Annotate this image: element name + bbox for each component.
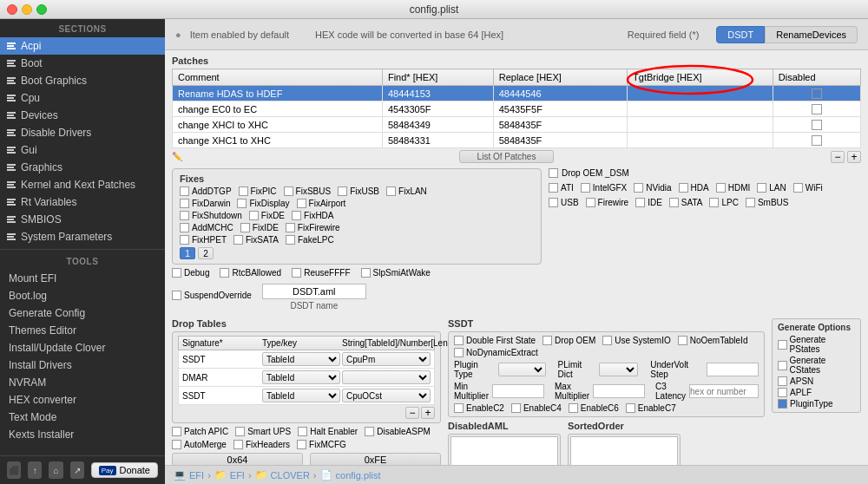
fix-checkbox[interactable] <box>237 199 247 208</box>
maximize-button[interactable] <box>36 4 47 15</box>
ssdt-checkbox[interactable] <box>626 403 635 413</box>
sidebar-tool-kexts-installer[interactable]: Kexts Installer <box>0 426 165 443</box>
fix-headers-checkbox[interactable] <box>233 440 243 449</box>
minimize-button[interactable] <box>22 4 32 15</box>
fix-checkbox[interactable] <box>180 186 189 196</box>
fix-fixDE[interactable]: FixDE <box>249 211 285 220</box>
fix-fixShutdown[interactable]: FixShutdown <box>180 211 242 220</box>
fix-checkbox[interactable] <box>635 198 645 207</box>
plugin-type-select[interactable] <box>498 363 545 376</box>
slp-checkbox-item[interactable]: SlpSmiAtWake <box>361 268 431 278</box>
sidebar-bottom-icon2[interactable]: ↑ <box>28 461 42 479</box>
fix-nvidia[interactable]: NVidia <box>634 183 671 193</box>
disabled-checkbox[interactable] <box>812 104 822 114</box>
fix-ati[interactable]: ATI <box>549 183 574 193</box>
tab-dsdt[interactable]: DSDT <box>716 26 765 43</box>
disabled-checkbox[interactable] <box>812 135 822 146</box>
fix-checkbox[interactable] <box>180 223 189 232</box>
sidebar-tool-generate-config[interactable]: Generate Config <box>0 304 165 322</box>
fix-usb[interactable]: USB <box>549 198 579 207</box>
fix-checkbox[interactable] <box>240 223 250 232</box>
table-row[interactable]: Rename HDAS to HDEF 48444153 48444546 <box>173 86 861 101</box>
sidebar-tool-install-clover[interactable]: Install/Update Clover <box>0 339 165 356</box>
dsdt-name-input[interactable] <box>262 284 366 299</box>
auto-merge-checkbox[interactable] <box>172 440 181 449</box>
rtc-checkbox[interactable] <box>220 268 229 278</box>
fix-checkbox[interactable] <box>757 183 766 193</box>
donate-button[interactable]: Pay Donate <box>91 462 158 478</box>
fix-fixHDA[interactable]: FixHDA <box>292 211 333 220</box>
debug-checkbox[interactable] <box>172 268 181 278</box>
row-val-select[interactable]: CpuOCst <box>342 389 431 402</box>
fix-checkbox[interactable] <box>239 186 248 196</box>
sidebar-item-gui[interactable]: Gui <box>0 141 165 159</box>
disable-aspm-checkbox[interactable] <box>365 427 374 436</box>
cell-disabled[interactable] <box>773 117 860 133</box>
fix-checkbox[interactable] <box>180 211 189 220</box>
fix-addDTGP[interactable]: AddDTGP <box>180 186 232 196</box>
page-1-button[interactable]: 1 <box>180 247 195 259</box>
smart-ups-item[interactable]: Smart UPS <box>235 427 291 436</box>
patch-apic-item[interactable]: Patch APIC <box>172 427 228 436</box>
sidebar-item-boot[interactable]: Boot <box>0 55 165 72</box>
fix-checkbox[interactable] <box>180 235 189 245</box>
fix-ide[interactable]: IDE <box>635 198 662 207</box>
fix-checkbox[interactable] <box>586 198 595 207</box>
fix-mcfg-item[interactable]: FixMCFG <box>297 440 346 449</box>
smart-ups-checkbox[interactable] <box>235 427 245 436</box>
fix-checkbox[interactable] <box>669 198 679 207</box>
fix-checkbox[interactable] <box>338 186 347 196</box>
disable-aspm-item[interactable]: DisableASPM <box>365 427 431 436</box>
reuse-checkbox-item[interactable]: ReuseFFFF <box>292 268 350 278</box>
fix-checkbox[interactable] <box>634 183 643 193</box>
fix-fixSBUS[interactable]: FixSBUS <box>284 186 332 196</box>
sidebar-tool-hex-converter[interactable]: HEX converter <box>0 391 165 409</box>
fix-checkbox[interactable] <box>549 198 558 207</box>
sidebar-tool-nvram[interactable]: NVRAM <box>0 374 165 391</box>
row-val-select[interactable]: CpuPm <box>342 352 431 366</box>
suspend-checkbox-item[interactable]: SuspendOverride <box>172 291 252 300</box>
slp-checkbox[interactable] <box>361 268 371 278</box>
sidebar-tool-themes-editor[interactable]: Themes Editor <box>0 322 165 339</box>
fix-checkbox[interactable] <box>549 183 558 193</box>
drop-oem-ssdt[interactable]: Drop OEM <box>542 336 595 345</box>
remove-patch-button[interactable]: − <box>831 151 845 163</box>
close-button[interactable] <box>7 4 17 15</box>
ssdt-checkbox[interactable] <box>511 403 521 413</box>
list-of-patches-btn[interactable]: List Of Patches <box>459 150 555 163</box>
fix-headers-item[interactable]: FixHeaders <box>233 440 290 449</box>
fix-fixIDE[interactable]: FixIDE <box>240 223 279 232</box>
sidebar-tool-text-mode[interactable]: Text Mode <box>0 409 165 426</box>
enable-c7[interactable]: EnableC7 <box>626 403 676 413</box>
add-row-button[interactable]: + <box>421 407 435 419</box>
disabled-aml-input[interactable] <box>450 436 558 465</box>
fix-fakeLPC[interactable]: FakeLPC <box>286 235 334 245</box>
sidebar-item-smbios[interactable]: SMBIOS <box>0 211 165 228</box>
add-patch-button[interactable]: + <box>847 151 861 163</box>
fix-checkbox[interactable] <box>709 198 719 207</box>
fix-fixHPET[interactable]: FixHPET <box>180 235 227 245</box>
fix-fixDisplay[interactable]: FixDisplay <box>237 199 289 208</box>
fix-hdmi[interactable]: HDMI <box>716 183 751 193</box>
fix-checkbox[interactable] <box>793 183 803 193</box>
fix-fixPIC[interactable]: FixPIC <box>239 186 277 196</box>
fix-fixFirewire[interactable]: FixFirewire <box>286 223 340 232</box>
table-row[interactable]: change XHC1 to XHC 58484331 5848435F <box>173 133 861 148</box>
c3-latency-input[interactable] <box>689 384 759 398</box>
fix-fixLAN[interactable]: FixLAN <box>386 186 427 196</box>
gen-checkbox[interactable] <box>778 361 786 370</box>
fix-mcfg-checkbox[interactable] <box>297 440 306 449</box>
fix-checkbox[interactable] <box>180 199 189 208</box>
fix-checkbox[interactable] <box>284 186 293 196</box>
fix-hda[interactable]: HDA <box>679 183 709 193</box>
page-2-button[interactable]: 2 <box>198 247 214 259</box>
gen-checkbox[interactable] <box>778 376 787 386</box>
fix-checkbox[interactable] <box>746 198 755 207</box>
remove-row-button[interactable]: − <box>405 407 419 419</box>
double-first-state[interactable]: Double First State <box>454 336 536 345</box>
cell-disabled[interactable] <box>773 101 860 117</box>
use-sysio[interactable]: Use SystemIO <box>602 336 670 345</box>
halt-enabler-checkbox[interactable] <box>298 427 307 436</box>
fix-checkbox[interactable] <box>581 183 590 193</box>
sidebar-item-boot-graphics[interactable]: Boot Graphics <box>0 72 165 89</box>
